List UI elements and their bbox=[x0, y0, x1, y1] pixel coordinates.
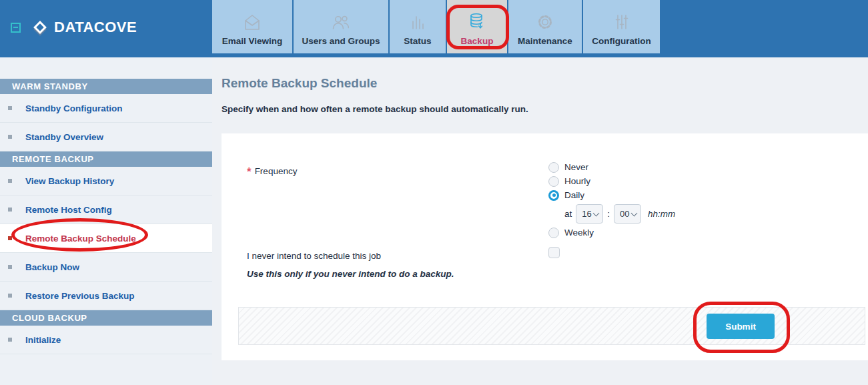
sidebar-item-label: Backup Now bbox=[25, 262, 79, 272]
section-title: REMOTE BACKUP bbox=[12, 154, 94, 164]
tab-label: Maintenance bbox=[518, 36, 572, 46]
daily-time-row: at 16 : 00 hh:mm bbox=[548, 202, 675, 226]
radio-icon bbox=[548, 162, 559, 173]
form-panel: *Frequency Never Hourly Daily at bbox=[222, 133, 868, 360]
datacove-app: DATACOVE Email Viewing Users and Groups … bbox=[0, 0, 868, 385]
logo-area: DATACOVE bbox=[11, 19, 137, 36]
frequency-radio-never[interactable]: Never bbox=[548, 160, 675, 174]
sidebar-item-initialize[interactable]: Initialize bbox=[0, 326, 212, 354]
tab-email-viewing[interactable]: Email Viewing bbox=[212, 0, 292, 53]
radio-checked-icon bbox=[548, 190, 559, 201]
frequency-radio-daily[interactable]: Daily bbox=[548, 188, 675, 202]
time-separator: : bbox=[607, 209, 610, 219]
bullet-icon bbox=[8, 236, 12, 240]
backup-warning-note: Use this only if you never intend to do … bbox=[247, 269, 454, 279]
bullet-icon bbox=[8, 135, 12, 139]
email-icon bbox=[242, 13, 262, 31]
submit-button[interactable]: Submit bbox=[707, 314, 775, 339]
sidebar-section-remote-backup: REMOTE BACKUP bbox=[0, 151, 212, 167]
sidebar-item-remote-backup-schedule[interactable]: Remote Backup Schedule bbox=[0, 224, 212, 253]
tab-label: Configuration bbox=[592, 36, 650, 46]
app-header: DATACOVE Email Viewing Users and Groups … bbox=[0, 0, 868, 57]
form-footer: Submit bbox=[238, 307, 865, 345]
sidebar-item-label: Remote Host Config bbox=[25, 205, 112, 215]
sidebar-item-label: View Backup History bbox=[25, 176, 114, 186]
bullet-icon bbox=[8, 265, 12, 269]
configuration-sliders-icon bbox=[612, 13, 632, 31]
time-prefix: at bbox=[564, 209, 572, 219]
bullet-icon bbox=[8, 208, 12, 212]
sidebar-item-label: Standby Configuration bbox=[25, 103, 123, 113]
status-chart-icon bbox=[408, 13, 428, 31]
sidebar-item-restore-previous-backup[interactable]: Restore Previous Backup bbox=[0, 282, 212, 310]
required-asterisk-icon: * bbox=[247, 165, 252, 178]
collapse-sidebar-icon[interactable] bbox=[11, 23, 21, 33]
bullet-icon bbox=[8, 338, 12, 342]
tab-maintenance[interactable]: Maintenance bbox=[508, 0, 582, 53]
sidebar-item-label: Initialize bbox=[25, 335, 61, 345]
main-nav: Email Viewing Users and Groups Status Ba… bbox=[212, 0, 661, 53]
sidebar-section-cloud-backup: CLOUD BACKUP bbox=[0, 310, 212, 326]
sidebar-item-label: Standby Overview bbox=[25, 132, 103, 142]
never-intend-checkbox[interactable] bbox=[548, 247, 560, 258]
frequency-radio-hourly[interactable]: Hourly bbox=[548, 174, 675, 188]
time-format-hint: hh:mm bbox=[648, 209, 675, 219]
sidebar-item-backup-now[interactable]: Backup Now bbox=[0, 253, 212, 282]
bullet-icon bbox=[8, 179, 12, 183]
tab-label: Backup bbox=[461, 36, 494, 46]
frequency-radio-group: Never Hourly Daily at 16 : bbox=[548, 160, 675, 240]
maintenance-gear-icon bbox=[535, 13, 555, 31]
page-subtitle: Specify when and how often a remote back… bbox=[222, 104, 868, 114]
sidebar-item-label: Restore Previous Backup bbox=[25, 291, 135, 301]
frequency-radio-weekly[interactable]: Weekly bbox=[548, 226, 675, 240]
section-title: WARM STANDBY bbox=[12, 81, 88, 91]
tab-status[interactable]: Status bbox=[390, 0, 446, 53]
tab-users-and-groups[interactable]: Users and Groups bbox=[294, 0, 388, 53]
tab-backup[interactable]: Backup bbox=[447, 0, 507, 53]
bullet-icon bbox=[8, 294, 12, 298]
sidebar-item-view-backup-history[interactable]: View Backup History bbox=[0, 167, 212, 196]
section-title: CLOUD BACKUP bbox=[12, 313, 87, 323]
datacove-logo-icon bbox=[33, 21, 47, 34]
minute-select[interactable]: 00 bbox=[614, 204, 641, 224]
never-intend-label: I never intend to schedule this job bbox=[247, 251, 381, 261]
tab-label: Status bbox=[404, 36, 431, 46]
hour-select-wrap: 16 bbox=[576, 204, 603, 224]
bullet-icon bbox=[8, 106, 12, 110]
sidebar-item-standby-overview[interactable]: Standby Overview bbox=[0, 123, 212, 151]
radio-icon bbox=[548, 176, 559, 187]
tab-label: Users and Groups bbox=[302, 36, 380, 46]
backup-database-icon bbox=[467, 11, 487, 31]
sidebar: WARM STANDBY Standby Configuration Stand… bbox=[0, 57, 212, 385]
sidebar-item-remote-host-config[interactable]: Remote Host Config bbox=[0, 196, 212, 224]
sidebar-item-label: Remote Backup Schedule bbox=[25, 234, 136, 244]
tab-label: Email Viewing bbox=[222, 36, 283, 46]
users-icon bbox=[331, 13, 351, 31]
tab-configuration[interactable]: Configuration bbox=[583, 0, 660, 53]
frequency-label: *Frequency bbox=[247, 165, 297, 179]
main-content: Remote Backup Schedule Specify when and … bbox=[212, 57, 868, 385]
brand-name: DATACOVE bbox=[54, 19, 137, 36]
minute-select-wrap: 00 bbox=[614, 204, 641, 224]
hour-select[interactable]: 16 bbox=[576, 204, 603, 224]
page-title: Remote Backup Schedule bbox=[222, 76, 868, 91]
sidebar-section-warm-standby: WARM STANDBY bbox=[0, 79, 212, 94]
sidebar-item-standby-configuration[interactable]: Standby Configuration bbox=[0, 94, 212, 123]
radio-icon bbox=[548, 228, 559, 238]
